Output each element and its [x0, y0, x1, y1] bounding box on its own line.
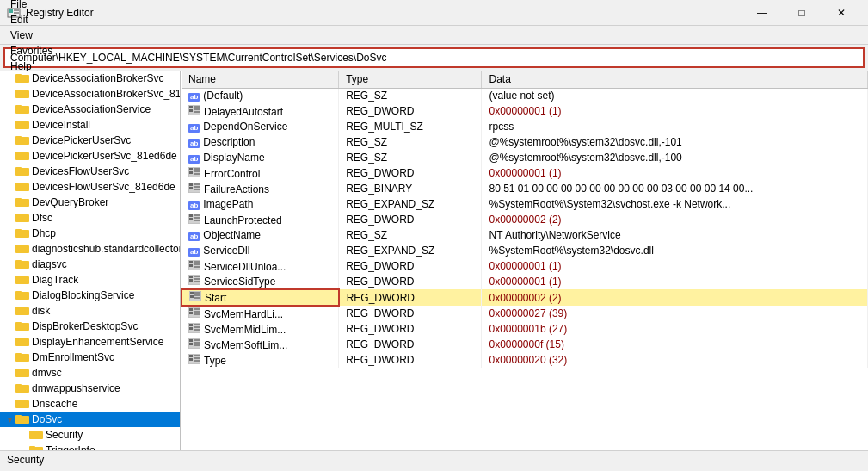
folder-icon — [15, 88, 29, 100]
menu-item-file[interactable]: File — [3, 0, 59, 12]
folder-icon — [15, 212, 29, 224]
tree-item-label: Dfsc — [32, 212, 52, 224]
tree-item[interactable]: Dfsc — [0, 210, 180, 226]
table-row[interactable]: ab(Default)REG_SZ(value not set) — [182, 88, 868, 103]
column-header-type: Type — [339, 71, 482, 88]
table-row[interactable]: SvcMemHardLi...REG_DWORD0x00000027 (39) — [182, 306, 868, 321]
tree-panel[interactable]: DeviceAssociationBrokerSvcDeviceAssociat… — [0, 71, 181, 450]
table-row[interactable]: ServiceDllUnloa...REG_DWORD0x00000001 (1… — [182, 258, 868, 274]
close-button[interactable]: ✕ — [822, 0, 861, 26]
dword-icon — [188, 214, 200, 224]
folder-icon — [15, 351, 29, 363]
registry-name: DelayedAutostart — [182, 103, 339, 119]
ab-icon: ab — [188, 93, 200, 102]
svg-rect-45 — [15, 384, 22, 387]
tree-item[interactable]: ▾DoSvc — [0, 412, 180, 427]
ab-badge: ab — [188, 155, 200, 164]
folder-icon — [15, 196, 29, 208]
tree-item[interactable]: DeviceAssociationBrokerSvc_81ed6 — [0, 86, 180, 102]
menu-item-edit[interactable]: Edit — [3, 12, 59, 28]
svg-rect-55 — [189, 106, 193, 108]
tree-item[interactable]: disk — [0, 303, 180, 319]
registry-type: REG_DWORD — [339, 306, 482, 321]
tree-item[interactable]: DevicesFlowUserSvc — [0, 164, 180, 179]
svg-rect-11 — [15, 121, 22, 123]
registry-type: REG_DWORD — [339, 337, 482, 352]
registry-name: Type — [182, 352, 339, 368]
table-row[interactable]: SvcMemMidLim...REG_DWORD0x0000001b (27) — [182, 321, 868, 337]
table-row[interactable]: ErrorControlREG_DWORD0x00000001 (1) — [182, 165, 868, 181]
tree-item[interactable]: Dnscache — [0, 396, 180, 412]
table-row[interactable]: abServiceDllREG_EXPAND_SZ%SystemRoot%\sy… — [182, 243, 868, 258]
tree-item[interactable]: DevQueryBroker — [0, 195, 180, 210]
tree-item[interactable]: DispBrokerDesktopSvc — [0, 319, 180, 334]
folder-icon — [15, 413, 29, 425]
dword-svg — [188, 167, 200, 177]
table-row[interactable]: abObjectNameREG_SZNT Authority\NetworkSe… — [182, 227, 868, 243]
tree-item[interactable]: DeviceAssociationService — [0, 102, 180, 117]
dword-svg — [188, 105, 200, 115]
tree-item[interactable]: DeviceAssociationBrokerSvc — [0, 71, 180, 86]
svg-rect-82 — [194, 263, 200, 265]
tree-item-label: dmvsc — [32, 367, 62, 379]
svg-rect-68 — [189, 187, 193, 189]
table-row[interactable]: TypeREG_DWORD0x00000020 (32) — [182, 352, 868, 368]
table-row[interactable]: abDescriptionREG_SZ@%systemroot%\system3… — [182, 134, 868, 150]
svg-rect-111 — [194, 339, 200, 341]
tree-item[interactable]: dmvsc — [0, 365, 180, 381]
tree-item[interactable]: Dhcp — [0, 226, 180, 241]
dword-svg — [188, 323, 200, 333]
menu-item-view[interactable]: View — [3, 28, 59, 43]
svg-rect-113 — [194, 344, 200, 346]
registry-data: 0x00000001 (1) — [482, 103, 868, 119]
table-row[interactable]: abImagePathREG_EXPAND_SZ%SystemRoot%\Sys… — [182, 196, 868, 212]
table-row[interactable]: FailureActionsREG_BINARY80 51 01 00 00 0… — [182, 181, 868, 196]
registry-name: abDescription — [182, 134, 339, 150]
tree-item[interactable]: TriggerInfo — [0, 443, 180, 450]
ab-badge: ab — [188, 201, 200, 210]
tree-item[interactable]: DisplayEnhancementService — [0, 334, 180, 350]
tree-item[interactable]: diagsvc — [0, 257, 180, 272]
svg-rect-19 — [15, 183, 22, 185]
tree-item[interactable]: DialogBlockingService — [0, 288, 180, 303]
table-row[interactable]: ServiceSidTypeREG_DWORD0x00000001 (1) — [182, 274, 868, 289]
tree-item[interactable]: DevicesFlowUserSvc_81ed6de — [0, 179, 180, 195]
registry-panel[interactable]: NameTypeData ab(Default)REG_SZ(value not… — [181, 71, 868, 450]
svg-rect-80 — [189, 264, 193, 267]
table-row[interactable]: abDisplayNameREG_SZ@%systemroot%\system3… — [182, 150, 868, 165]
tree-item[interactable]: DeviceInstall — [0, 117, 180, 133]
tree-item-label: TriggerInfo — [46, 444, 95, 450]
folder-icon — [15, 367, 29, 379]
registry-data: 0x00000020 (32) — [482, 352, 868, 368]
tree-items: DeviceAssociationBrokerSvcDeviceAssociat… — [0, 71, 180, 450]
table-row[interactable]: abDependOnServiceREG_MULTI_SZrpcss — [182, 119, 868, 134]
svg-rect-49 — [15, 415, 22, 418]
minimize-button[interactable]: — — [742, 0, 782, 26]
svg-rect-37 — [15, 322, 22, 325]
table-row[interactable]: LaunchProtectedREG_DWORD0x00000002 (2) — [182, 212, 868, 227]
svg-rect-99 — [194, 308, 200, 310]
svg-rect-104 — [189, 327, 193, 330]
dword-icon — [188, 354, 200, 364]
tree-item[interactable]: DevicePickerUserSvc — [0, 133, 180, 148]
svg-rect-106 — [194, 326, 200, 328]
maximize-button[interactable]: □ — [782, 0, 822, 26]
registry-name: SvcMemSoftLim... — [182, 337, 339, 352]
tree-item-label: DevicePickerUserSvc — [32, 134, 131, 146]
tree-item[interactable]: dmwappushservice — [0, 381, 180, 396]
tree-item[interactable]: Security — [0, 427, 180, 443]
table-row[interactable]: DelayedAutostartREG_DWORD0x00000001 (1) — [182, 103, 868, 119]
tree-item[interactable]: diagnosticshub.standardcollector.s — [0, 241, 180, 257]
table-row[interactable]: StartREG_DWORD0x00000002 (2) — [182, 289, 868, 306]
tree-item[interactable]: DiagTrack — [0, 272, 180, 288]
tree-item[interactable]: DmEnrollmentSvc — [0, 350, 180, 365]
dword-icon — [188, 167, 200, 177]
tree-item[interactable]: DevicePickerUserSvc_81ed6de — [0, 148, 180, 164]
tree-item-label: DmEnrollmentSvc — [32, 351, 114, 363]
svg-rect-33 — [15, 291, 22, 294]
folder-icon — [29, 429, 43, 441]
table-row[interactable]: SvcMemSoftLim...REG_DWORD0x0000000f (15) — [182, 337, 868, 352]
dword-icon — [188, 275, 200, 285]
svg-rect-27 — [15, 245, 22, 247]
dword-icon — [188, 260, 200, 270]
